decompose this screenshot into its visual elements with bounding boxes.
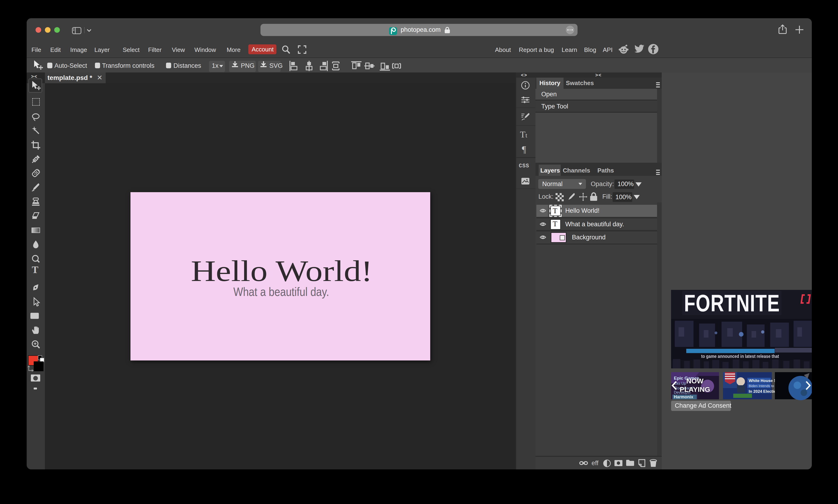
svg-text:In 2024 Election: In 2024 Election <box>749 389 779 394</box>
svg-text:to game announced in latest re: to game announced in latest release that <box>701 354 779 359</box>
svg-text:Harmonix: Harmonix <box>674 395 693 399</box>
svg-text:FORTNITE: FORTNITE <box>684 290 780 316</box>
